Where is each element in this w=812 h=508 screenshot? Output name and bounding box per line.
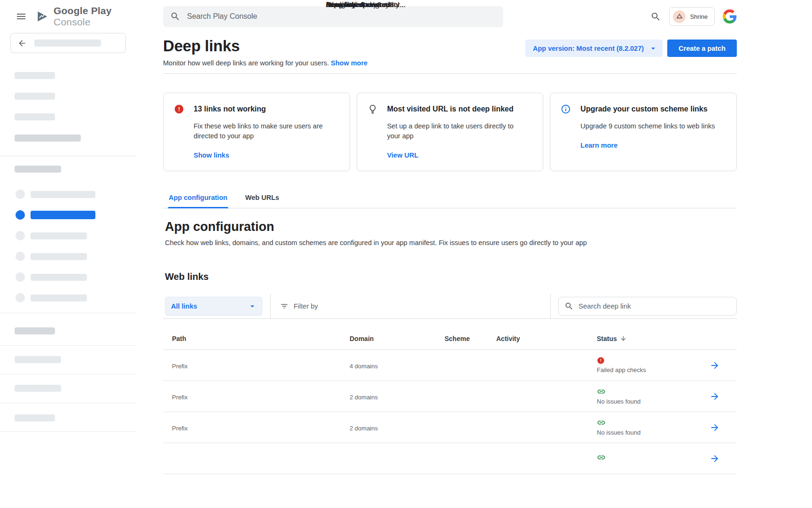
app-version-label: App version: Most recent (8.2.027) (533, 45, 644, 52)
path-type: Prefix (172, 394, 350, 401)
google-g-icon (723, 9, 737, 24)
table-row[interactable]: /category/ Prefix store.steampowered... … (163, 381, 737, 412)
domain-count: 2 domains (350, 394, 445, 401)
table-toolbar: All links Filter by (163, 294, 737, 319)
brand-console: Console (54, 16, 90, 27)
skeleton-bar (31, 211, 95, 219)
card-upgrade-scheme-links: Upgrade your custom scheme links Upgrade… (550, 93, 737, 171)
error-icon (173, 103, 185, 115)
search-button[interactable] (650, 11, 661, 22)
column-header-actions (710, 330, 737, 339)
card-links-not-working: 13 links not working Fix these web links… (163, 93, 350, 171)
toolbar-divider (270, 294, 271, 319)
skeleton-bar (31, 274, 87, 281)
global-search[interactable] (163, 6, 503, 27)
skeleton-bar (34, 40, 101, 47)
sidebar-divider (0, 403, 136, 403)
search-icon (650, 11, 661, 22)
tab-web-urls[interactable]: Web URLs (244, 188, 280, 208)
sidebar-nav-item-selected[interactable] (0, 210, 136, 220)
skeleton-bar (31, 191, 95, 198)
chevron-down-icon (648, 44, 658, 53)
row-open-button[interactable] (710, 360, 720, 371)
section-description: Check how web links, domains, and custom… (163, 238, 737, 248)
skeleton-bar (15, 166, 61, 173)
account-name: Shrine (690, 13, 708, 20)
web-links-title: Web links (163, 271, 737, 282)
hamburger-icon (16, 11, 27, 22)
skeleton-bar (31, 253, 87, 260)
sidebar-divider (0, 313, 136, 313)
view-url-link[interactable]: View URL (387, 151, 419, 159)
domain-count: 4 domains (350, 363, 445, 370)
filter-by-button[interactable]: Filter by (280, 302, 318, 310)
section-title: App configuration (163, 220, 737, 234)
sidebar-nav-item-skeleton[interactable] (0, 272, 136, 282)
show-more-link[interactable]: Show more (331, 59, 367, 67)
toolbar-divider (550, 294, 551, 319)
card-title: Upgrade your custom scheme links (580, 105, 707, 113)
topbar-left: Google Play Console (0, 0, 136, 33)
skeleton-bar (15, 327, 55, 334)
show-links-link[interactable]: Show links (194, 151, 229, 159)
create-patch-button[interactable]: Create a patch (667, 40, 737, 57)
table-row[interactable]: /item/ store.steampowered... Deep linked (163, 443, 737, 474)
header-divider (163, 73, 737, 74)
path-type: Prefix (172, 363, 350, 370)
column-header-path[interactable]: Path (163, 326, 350, 342)
status-detail: Failed app checks (597, 366, 710, 374)
learn-more-link[interactable]: Learn more (580, 142, 617, 149)
column-header-scheme[interactable]: Scheme (445, 326, 496, 342)
web-links-table: Path Domain Scheme Activity Status /stor… (163, 319, 737, 474)
row-open-button[interactable] (710, 422, 720, 433)
notification-cards: 13 links not working Fix these web links… (163, 93, 737, 171)
skeleton-bar (31, 232, 87, 239)
shrine-logo-icon (673, 10, 686, 23)
table-row[interactable]: /story/ Prefix store.steampowered... 4 d… (163, 350, 737, 381)
play-console-logo[interactable]: Google Play Console (36, 5, 136, 28)
menu-button[interactable] (16, 11, 27, 22)
column-header-domain[interactable]: Domain (350, 326, 445, 342)
table-row[interactable]: /books/ Prefix store.steampowered... 2 d… (163, 412, 737, 443)
tab-app-configuration[interactable]: App configuration (168, 188, 228, 208)
nav-dot-icon (16, 252, 25, 261)
table-header-row: Path Domain Scheme Activity Status (163, 319, 737, 350)
row-open-button[interactable] (710, 453, 720, 464)
column-header-activity[interactable]: Activity (496, 326, 597, 342)
skeleton-bar (15, 385, 61, 392)
column-header-status[interactable]: Status (597, 326, 710, 342)
chevron-down-icon (248, 302, 257, 311)
sidebar-nav-item-skeleton[interactable] (0, 190, 136, 199)
link-icon (597, 418, 606, 427)
links-filter-value: All links (171, 302, 197, 310)
deep-link-search-input[interactable] (578, 302, 731, 310)
filter-icon (280, 302, 289, 310)
sort-descending-icon[interactable] (620, 335, 627, 342)
arrow-right-icon (710, 453, 720, 464)
sidebar-nav-item-skeleton[interactable] (0, 293, 136, 302)
app-selector[interactable] (10, 33, 126, 53)
sidebar-divider (0, 431, 136, 432)
filter-by-label: Filter by (294, 302, 318, 310)
sidebar-nav-item-skeleton[interactable] (0, 231, 136, 240)
deep-link-search[interactable] (558, 297, 737, 316)
brand-google-play: Google Play (54, 5, 112, 16)
card-body: Fix these web links to make sure users a… (194, 121, 335, 141)
main-content: Shrine Deep links Monitor how well deep … (163, 0, 737, 474)
app-version-dropdown[interactable]: App version: Most recent (8.2.027) (525, 40, 663, 57)
card-most-visited-url: Most visited URL is not deep linked Set … (357, 93, 544, 171)
row-open-button[interactable] (710, 391, 720, 402)
nav-dot-icon (16, 272, 25, 282)
status-value: Deep linked (326, 0, 812, 9)
skeleton-bar (15, 72, 55, 79)
status-header-label: Status (597, 335, 617, 342)
sidebar-nav-item-skeleton[interactable] (0, 252, 136, 261)
search-icon (170, 11, 180, 22)
global-search-input[interactable] (187, 12, 496, 21)
google-account-avatar[interactable] (723, 9, 737, 24)
nav-dot-icon (16, 293, 25, 302)
tab-bar: App configuration Web URLs (163, 188, 737, 208)
links-filter-dropdown[interactable]: All links (165, 297, 262, 316)
account-chip[interactable]: Shrine (669, 7, 715, 26)
arrow-right-icon (710, 422, 720, 433)
